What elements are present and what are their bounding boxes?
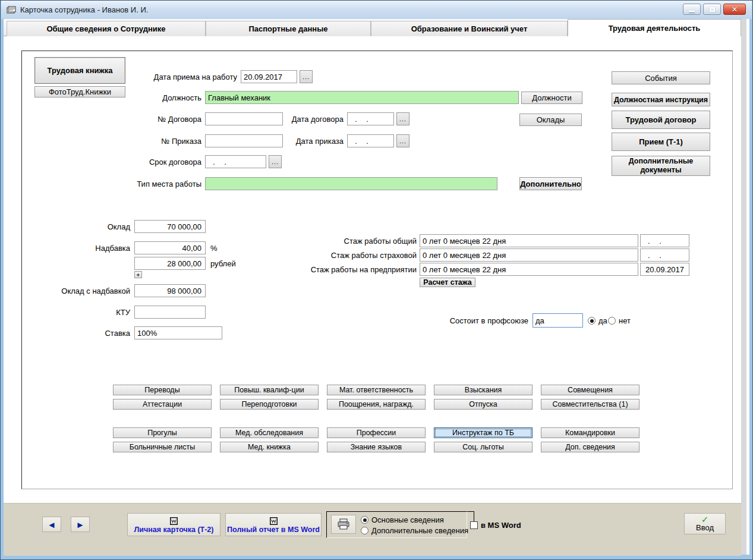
bonus-plus-button[interactable]: + [134,271,142,278]
hire-date-browse-button[interactable]: ... [300,70,313,83]
close-button[interactable]: ✕ [723,4,746,15]
tab-labor-activity[interactable]: Трудовая деятельность [568,19,741,36]
events-button[interactable]: События [612,71,710,84]
combinations-button[interactable]: Совмещения [541,385,639,395]
order-date-browse-button[interactable]: ... [396,134,409,147]
app-icon [7,5,16,14]
minimize-button[interactable] [683,4,701,15]
positions-button[interactable]: Должности [521,92,582,104]
order-number-field[interactable] [205,134,283,147]
contract-date-field[interactable]: . . [347,112,394,125]
bonus-percent-field[interactable]: 40,00 [134,241,206,254]
additional-info-button[interactable]: Доп. сведения [541,442,639,452]
safety-training-button[interactable]: Инструктаж по ТБ [434,427,533,438]
seniority-company-field[interactable]: 0 лет 0 месяцев 22 дня [420,263,638,276]
salary-total-field[interactable]: 98 000,00 [134,284,206,297]
retraining-button[interactable]: Переподготовки [220,399,319,410]
order-number-label: № Приказа [108,134,201,147]
salary-label: Оклад [36,220,130,233]
word-doc-icon [170,517,178,525]
radio-unchecked-icon [608,317,616,325]
salary-total-label: Оклад с надбавкой [36,284,130,297]
sick-leaves-button[interactable]: Больничные листы [113,442,212,452]
liability-button[interactable]: Мат. ответственность [327,385,426,395]
print-button[interactable] [331,515,356,534]
penalties-button[interactable]: Взыскания [434,385,533,395]
work-type-field[interactable] [205,177,497,190]
print-scope-radio-main[interactable]: Основные сведения [361,515,444,524]
business-trips-button[interactable]: Командировки [541,427,639,438]
secondary-jobs-button[interactable]: Совместительства (1) [541,399,639,410]
maximize-button[interactable] [703,4,721,15]
contract-date-label: Дата договора [274,112,344,125]
position-field[interactable]: Главный механик [205,91,519,104]
tab-passport[interactable]: Паспортные данные [206,21,371,36]
union-radio-yes[interactable]: да [588,316,607,325]
rate-field[interactable]: 100% [134,326,222,339]
languages-button[interactable]: Знание языков [327,442,426,452]
union-field[interactable]: да [533,313,583,328]
personal-card-t2-button[interactable]: Личная карточка (Т-2) [127,513,220,536]
ktu-field[interactable] [134,306,206,319]
window-edge-strip [741,19,746,555]
prev-arrow-icon: ◄ [48,520,56,529]
contract-term-browse-button[interactable]: ... [269,155,282,168]
medical-book-button[interactable]: Мед. книжка [220,442,319,452]
seniority-insured-date-field[interactable]: . . [640,248,689,262]
rate-label: Ставка [36,326,130,339]
ktu-label: КТУ [36,306,130,319]
qualification-button[interactable]: Повыш. квалиф-ции [220,385,319,395]
radio-checked-icon [588,317,596,325]
printer-icon [337,518,350,530]
order-date-label: Дата приказа [274,134,344,147]
bonus-rub-field[interactable]: 28 000,00 [134,257,206,270]
bonus-rub-unit: рублей [210,257,243,270]
tab-strip: Общие сведения о Сотруднике Паспортные д… [4,19,741,36]
hiring-t1-button[interactable]: Прием (Т-1) [612,133,710,151]
seniority-insured-field[interactable]: 0 лет 0 месяцев 22 дня [420,248,638,262]
employee-card-window: Карточка сотрудника - Иванов И. И. ✕ Общ… [0,0,753,560]
titlebar[interactable]: Карточка сотрудника - Иванов И. И. ✕ [1,1,752,19]
radio-checked-icon [361,516,368,524]
order-date-field[interactable]: . . [347,134,394,147]
prev-record-button[interactable]: ◄ [42,517,61,532]
tab-education[interactable]: Образование и Воинский учет [371,21,568,36]
full-report-word-button[interactable]: Полный отчет в MS Word [225,513,322,536]
seniority-total-date-field[interactable]: . . [640,234,689,247]
union-radio-no[interactable]: нет [608,316,631,325]
labor-contract-button[interactable]: Трудовой договор [612,111,710,129]
job-description-button[interactable]: Должностная инструкция [612,93,710,106]
word-doc-icon [270,517,278,525]
additionally-button[interactable]: Дополнительно [519,177,582,190]
bonus-label: Надбавка [36,241,130,254]
contract-term-field[interactable]: . . [205,155,266,168]
minimize-icon [689,11,695,12]
seniority-total-field[interactable]: 0 лет 0 месяцев 22 дня [420,234,638,247]
contract-number-field[interactable] [205,112,283,125]
contract-date-browse-button[interactable]: ... [396,112,409,125]
rewards-button[interactable]: Поощрения, награжд. [327,399,426,410]
close-icon: ✕ [732,5,738,14]
seniority-total-label: Стаж работы общий [286,234,417,247]
radio-unchecked-icon [361,527,368,534]
seniority-company-date-field[interactable]: 20.09.2017 [640,263,689,276]
salaries-button[interactable]: Оклады [519,114,582,126]
calc-seniority-button[interactable]: Расчет стажа [420,278,475,287]
vacations-button[interactable]: Отпуска [434,399,533,410]
medical-exams-button[interactable]: Мед. обследования [220,427,319,438]
enter-button[interactable]: ✓ Ввод [684,513,726,534]
next-arrow-icon: ► [76,520,85,529]
additional-documents-button[interactable]: Дополнительные документы [612,156,710,176]
checkbox-unchecked-icon [470,521,478,529]
absences-button[interactable]: Прогулы [113,427,212,438]
hire-date-field[interactable]: 20.09.2017 [241,70,297,83]
ms-word-checkbox[interactable]: в MS Word [470,521,521,530]
print-scope-radio-additional[interactable]: Дополнительные сведения [361,526,468,535]
salary-field[interactable]: 70 000,00 [134,220,206,233]
tab-general[interactable]: Общие сведения о Сотруднике [7,21,206,36]
transfers-button[interactable]: Переводы [113,385,212,395]
professions-button[interactable]: Профессии [327,427,426,438]
next-record-button[interactable]: ► [71,517,90,532]
social-benefits-button[interactable]: Соц. льготы [434,442,533,452]
attestations-button[interactable]: Аттестации [113,399,212,410]
